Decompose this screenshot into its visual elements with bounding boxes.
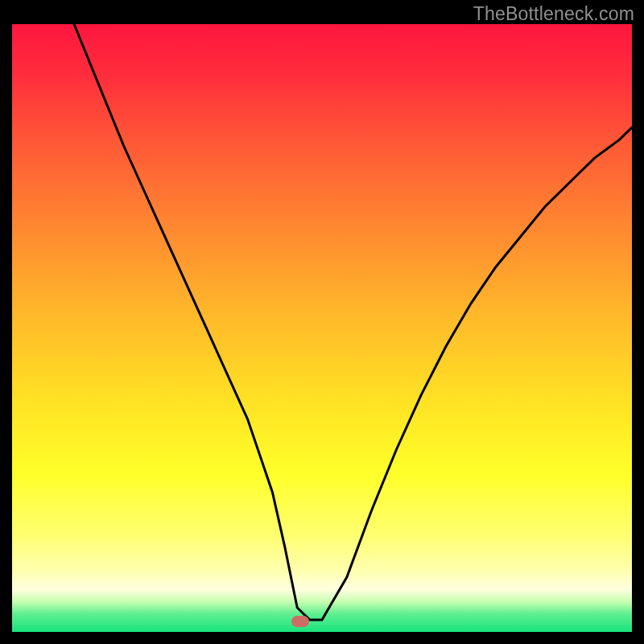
- curve-svg: [12, 24, 632, 632]
- bottleneck-curve: [74, 24, 632, 620]
- plot-area: [12, 24, 632, 632]
- min-marker: [291, 616, 309, 627]
- watermark-text: TheBottleneck.com: [473, 3, 634, 25]
- chart-frame: TheBottleneck.com: [0, 0, 644, 644]
